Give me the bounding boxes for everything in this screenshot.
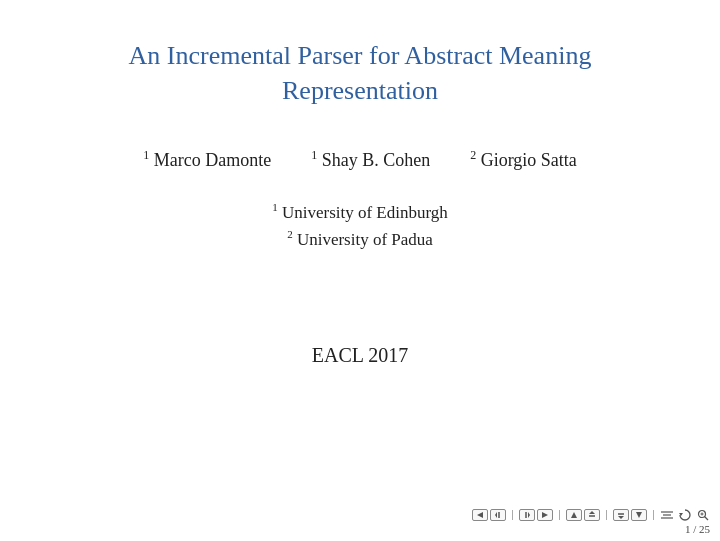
affiliation-1-sup: 1 bbox=[272, 202, 278, 214]
nav-next-right-button[interactable] bbox=[537, 509, 553, 521]
tools-area bbox=[660, 509, 710, 521]
conference-text: EACL 2017 bbox=[312, 344, 408, 367]
author-3-name: Giorgio Satta bbox=[481, 150, 577, 170]
author-2-name: Shay B. Cohen bbox=[322, 150, 431, 170]
affiliation-2-sup: 2 bbox=[287, 229, 293, 241]
nav-separator-2 bbox=[559, 510, 560, 520]
svg-marker-4 bbox=[528, 512, 530, 518]
nav-separator-4 bbox=[653, 510, 654, 520]
svg-marker-1 bbox=[495, 512, 497, 518]
title-line1: An Incremental Parser for Abstract Meani… bbox=[129, 38, 592, 73]
svg-marker-11 bbox=[636, 512, 642, 518]
conference-area: EACL 2017 bbox=[312, 344, 408, 367]
next-nav-group bbox=[519, 509, 553, 521]
nav-icons-row bbox=[472, 509, 710, 521]
nav-separator-1 bbox=[512, 510, 513, 520]
author-2: 1 Shay B. Cohen bbox=[311, 148, 430, 171]
author-1: 1 Marco Damonte bbox=[143, 148, 271, 171]
page-number: 1 / 25 bbox=[685, 523, 710, 535]
slide: An Incremental Parser for Abstract Meani… bbox=[0, 0, 720, 541]
footer: 1 / 25 bbox=[472, 509, 710, 535]
title-area: An Incremental Parser for Abstract Meani… bbox=[129, 38, 592, 108]
svg-line-17 bbox=[705, 517, 709, 521]
svg-marker-5 bbox=[542, 512, 548, 518]
svg-marker-8 bbox=[589, 511, 595, 514]
nav-next-left-button[interactable] bbox=[519, 509, 535, 521]
affiliation-1-name: University of Edinburgh bbox=[282, 203, 448, 222]
author-1-sup: 1 bbox=[143, 148, 149, 162]
affiliation-2: 2 University of Padua bbox=[272, 226, 448, 253]
title-line2: Representation bbox=[129, 73, 592, 108]
svg-marker-0 bbox=[477, 512, 483, 518]
nav-down-left-button[interactable] bbox=[613, 509, 629, 521]
affiliation-2-name: University of Padua bbox=[297, 230, 433, 249]
svg-marker-6 bbox=[571, 512, 577, 518]
zoom-icon[interactable] bbox=[696, 509, 710, 521]
affiliation-1: 1 University of Edinburgh bbox=[272, 199, 448, 226]
author-3-sup: 2 bbox=[470, 148, 476, 162]
nav-separator-3 bbox=[606, 510, 607, 520]
affiliations-area: 1 University of Edinburgh 2 University o… bbox=[272, 199, 448, 253]
author-2-sup: 1 bbox=[311, 148, 317, 162]
nav-up-left-button[interactable] bbox=[566, 509, 582, 521]
nav-down-right-button[interactable] bbox=[631, 509, 647, 521]
nav-up-right-button[interactable] bbox=[584, 509, 600, 521]
nav-prev-left-button[interactable] bbox=[472, 509, 488, 521]
align-icon[interactable] bbox=[660, 509, 674, 521]
author-3: 2 Giorgio Satta bbox=[470, 148, 577, 171]
down-nav-group bbox=[613, 509, 647, 521]
up-nav-group bbox=[566, 509, 600, 521]
author-1-name: Marco Damonte bbox=[154, 150, 271, 170]
nav-prev-right-button[interactable] bbox=[490, 509, 506, 521]
svg-marker-10 bbox=[618, 516, 624, 519]
prev-nav-group bbox=[472, 509, 506, 521]
loop-icon[interactable] bbox=[678, 509, 692, 521]
authors-area: 1 Marco Damonte 1 Shay B. Cohen 2 Giorgi… bbox=[143, 148, 577, 171]
